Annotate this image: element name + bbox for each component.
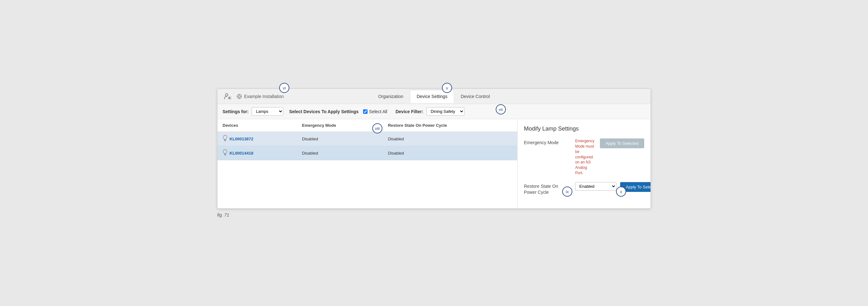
tab-organization[interactable]: Organization (372, 90, 410, 103)
tab-device-settings[interactable]: Device Settings (410, 90, 454, 103)
fig-caption: fig. 71 (217, 212, 651, 217)
app-frame: Example Installation Organization Device… (217, 89, 651, 209)
device-restore-1: Disabled (383, 146, 517, 160)
lamp-icon (222, 135, 227, 143)
svg-point-0 (225, 94, 228, 96)
select-devices-label: Select Devices To Apply Settings (289, 109, 358, 114)
emergency-mode-control: Emergency Mode must be configured on an … (575, 138, 644, 176)
installation-logo: Example Installation (237, 94, 284, 99)
device-cell-0: KL00013872 (222, 135, 292, 143)
device-filter-label: Device Filter: (395, 109, 423, 114)
settings-for-label: Settings for: (222, 109, 248, 114)
main-content: Devices Emergency Mode Restore State On … (217, 119, 651, 208)
top-nav: Example Installation Organization Device… (217, 89, 651, 104)
modify-title: Modify Lamp Settings (524, 126, 644, 132)
installation-label: Example Installation (244, 94, 284, 99)
restore-state-select[interactable]: Enabled Disabled (575, 182, 616, 191)
select-all-label: Select All (369, 109, 388, 114)
col-emergency-mode: Emergency Mode (297, 119, 383, 132)
table-row[interactable]: KL00014418 Disabled Disabled (217, 146, 517, 160)
select-all-area: Select All (363, 109, 388, 114)
restore-state-label: Restore State On Power Cycle (524, 182, 571, 196)
device-name-0: KL00013872 (229, 137, 253, 141)
tab-device-control[interactable]: Device Control (454, 90, 496, 103)
emergency-mode-label: Emergency Mode (524, 138, 571, 146)
restore-state-apply-btn[interactable]: Apply To Selected (620, 182, 651, 192)
device-cell-1: KL00014418 (222, 149, 292, 157)
svg-point-3 (238, 96, 240, 97)
device-filter-select[interactable]: Dining Safety All Devices Room 1 Room 2 (426, 107, 464, 116)
settings-bar: Settings for: Lamps Sensors Switches Sel… (217, 104, 651, 119)
restore-state-control: Enabled Disabled Apply To Selected (575, 182, 651, 192)
table-row[interactable]: KL00013872 Disabled Disabled (217, 132, 517, 146)
restore-state-row: Restore State On Power Cycle Enabled Dis… (524, 182, 644, 196)
col-devices: Devices (217, 119, 297, 132)
device-name-1: KL00014418 (229, 151, 253, 156)
devices-table: Devices Emergency Mode Restore State On … (217, 119, 517, 160)
emergency-apply-btn: Apply To Selected (600, 138, 644, 148)
emergency-mode-row: Emergency Mode Emergency Mode must be co… (524, 138, 644, 176)
nav-tabs: Organization Device Settings Device Cont… (372, 90, 497, 103)
device-emergency-0: Disabled (297, 132, 383, 146)
modify-panel: Modify Lamp Settings Emergency Mode Emer… (518, 119, 651, 208)
col-restore-state: Restore State On Power Cycle (383, 119, 517, 132)
device-restore-0: Disabled (383, 132, 517, 146)
select-all-checkbox[interactable] (363, 109, 368, 114)
settings-for-select[interactable]: Lamps Sensors Switches (252, 107, 283, 116)
device-emergency-1: Disabled (297, 146, 383, 160)
devices-panel: Devices Emergency Mode Restore State On … (217, 119, 518, 208)
emergency-mode-note: Emergency Mode must be configured on an … (575, 138, 596, 176)
svg-point-1 (229, 97, 230, 99)
user-settings-icon-btn[interactable] (222, 91, 233, 101)
lamp-icon (222, 149, 227, 157)
